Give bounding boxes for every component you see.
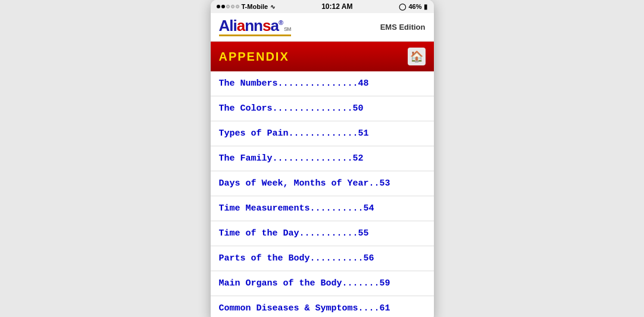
toc-item[interactable]: Types of Pain.............51 xyxy=(211,121,434,146)
battery-icon: ▮ xyxy=(424,3,427,11)
home-icon: 🏠 xyxy=(410,50,423,63)
status-left: T-Mobile ∿ xyxy=(217,3,276,10)
logo-text: Aliannsa®SM xyxy=(219,18,291,33)
toc-item[interactable]: The Family...............52 xyxy=(211,146,434,171)
carrier-name: T-Mobile xyxy=(242,3,268,10)
toc-item[interactable]: Common Diseases & Symptoms....61 xyxy=(211,296,434,317)
toc-list: The Numbers...............48The Colors..… xyxy=(211,71,434,317)
toc-item[interactable]: The Colors...............50 xyxy=(211,96,434,121)
appendix-header: APPENDIX 🏠 xyxy=(211,42,434,71)
logo-underline xyxy=(219,34,291,36)
phone-frame: T-Mobile ∿ 10:12 AM ◯ 46% ▮ Aliannsa®SM … xyxy=(211,0,434,317)
battery-level: ◯ xyxy=(399,3,406,11)
registered-mark: ® xyxy=(279,19,283,26)
logo-wordmark: Aliannsa®SM xyxy=(219,17,291,34)
status-time: 10:12 AM xyxy=(321,2,352,11)
sm-mark: SM xyxy=(284,26,291,32)
app-header: Aliannsa®SM EMS Edition xyxy=(211,13,434,42)
status-bar: T-Mobile ∿ 10:12 AM ◯ 46% ▮ xyxy=(211,0,434,13)
wifi-icon: ∿ xyxy=(270,4,275,10)
toc-item[interactable]: Main Organs of the Body.......59 xyxy=(211,271,434,296)
toc-item[interactable]: Days of Week, Months of Year..53 xyxy=(211,171,434,196)
appendix-title: APPENDIX xyxy=(219,50,289,64)
toc-item[interactable]: Parts of the Body..........56 xyxy=(211,246,434,271)
status-right: ◯ 46% ▮ xyxy=(399,3,427,11)
toc-item[interactable]: Time of the Day...........55 xyxy=(211,221,434,246)
home-button[interactable]: 🏠 xyxy=(408,48,426,65)
ems-edition-label: EMS Edition xyxy=(380,23,426,32)
signal-indicator xyxy=(217,5,239,8)
logo-container: Aliannsa®SM xyxy=(219,18,291,36)
battery-percent: 46% xyxy=(408,3,421,10)
toc-item[interactable]: The Numbers...............48 xyxy=(211,71,434,96)
toc-item[interactable]: Time Measurements..........54 xyxy=(211,196,434,221)
